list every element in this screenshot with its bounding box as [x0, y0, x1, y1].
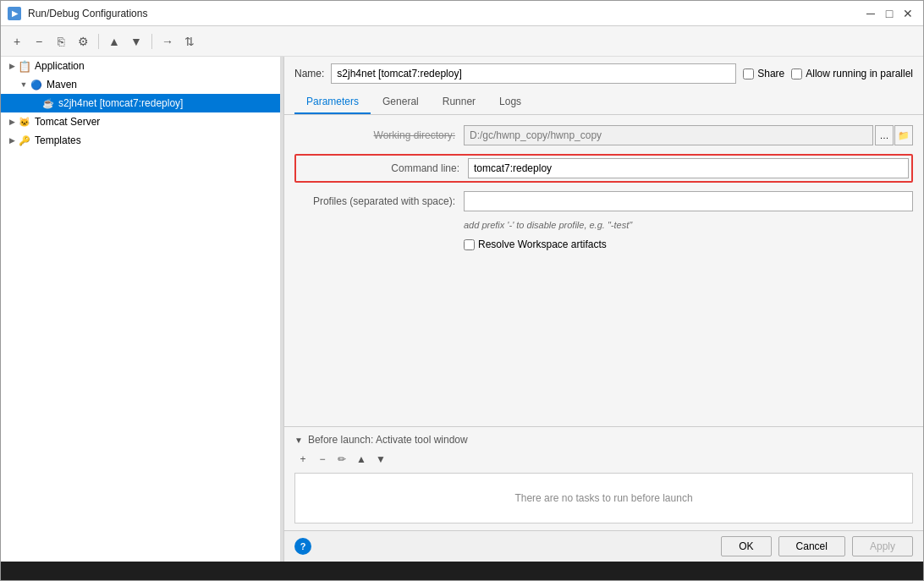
toolbar-sep-1 [98, 34, 99, 49]
tree-label-tomcat: Tomcat Server [35, 116, 100, 128]
before-launch-box: There are no tasks to run before launch [294, 473, 913, 523]
share-checkbox[interactable] [743, 69, 754, 79]
before-launch-add-button[interactable]: + [294, 451, 311, 468]
window-controls: ─ □ ✕ [862, 6, 916, 21]
tree-item-application[interactable]: ▶ 📋 Application [1, 57, 283, 75]
parallel-label: Allow running in parallel [806, 68, 913, 79]
settings-button[interactable]: ⚙ [74, 32, 92, 51]
before-launch-collapse[interactable]: ▼ [294, 436, 303, 445]
working-dir-row: Working directory: … 📁 [294, 125, 913, 145]
tomcat-icon: 🐱 [18, 115, 31, 129]
move-to-group-button[interactable]: → [158, 32, 177, 51]
tree-arrow-tomcat: ▶ [6, 116, 18, 128]
application-icon: 📋 [18, 59, 31, 73]
panel-resize-handle[interactable] [280, 57, 283, 562]
before-launch-toolbar: + − ✏ ▲ ▼ [294, 451, 913, 468]
config-toolbar: + − ⎘ ⚙ ▲ ▼ → ⇅ [1, 26, 923, 57]
ok-button[interactable]: OK [721, 536, 771, 556]
window-title: Run/Debug Configurations [28, 8, 855, 19]
cancel-button[interactable]: Cancel [778, 536, 845, 556]
tree-item-s2jh4net[interactable]: ☕ s2jh4net [tomcat7:redeploy] [1, 94, 283, 112]
before-launch-remove-button[interactable]: − [314, 451, 331, 468]
tab-general[interactable]: General [371, 90, 431, 114]
maven-icon: 🔵 [30, 78, 43, 91]
title-bar: ▶ Run/Debug Configurations ─ □ ✕ [1, 1, 923, 26]
copy-config-button[interactable]: ⎘ [52, 32, 70, 51]
s2jh4net-icon: ☕ [41, 96, 55, 110]
move-down-button[interactable]: ▼ [127, 32, 146, 51]
tree-item-templates[interactable]: ▶ 🔑 Templates [1, 131, 283, 150]
tabs-bar: Parameters General Runner Logs [284, 90, 923, 115]
share-label: Share [757, 68, 784, 79]
share-checkbox-label[interactable]: Share [743, 68, 784, 79]
tree-item-maven[interactable]: ▼ 🔵 Maven [1, 75, 283, 94]
command-line-highlight: Command line: [294, 154, 913, 183]
name-label: Name: [294, 68, 324, 79]
profiles-input[interactable] [464, 191, 913, 211]
move-up-button[interactable]: ▲ [105, 32, 124, 51]
form-area: Working directory: … 📁 Command line: Pro… [284, 115, 923, 426]
tree-label-templates: Templates [35, 134, 81, 146]
profiles-label: Profiles (separated with space): [294, 195, 464, 207]
resolve-workspace-text: Resolve Workspace artifacts [478, 238, 607, 250]
footer-left: ? [294, 538, 311, 555]
tree-item-tomcat[interactable]: ▶ 🐱 Tomcat Server [1, 112, 283, 131]
minimize-button[interactable]: ─ [862, 6, 879, 21]
status-bar [1, 562, 923, 580]
add-config-button[interactable]: + [8, 32, 26, 51]
tab-parameters[interactable]: Parameters [294, 90, 371, 114]
remove-config-button[interactable]: − [30, 32, 48, 51]
before-launch-section: ▼ Before launch: Activate tool window + … [284, 426, 923, 530]
apply-button[interactable]: Apply [852, 536, 913, 556]
window-icon: ▶ [8, 7, 21, 20]
resolve-workspace-checkbox[interactable] [464, 239, 475, 250]
resolve-workspace-row: Resolve Workspace artifacts [294, 238, 913, 250]
no-tasks-text: There are no tasks to run before launch [514, 492, 692, 504]
tree-arrow-application: ▶ [6, 60, 18, 72]
open-dir-button[interactable]: 📁 [894, 125, 913, 145]
footer-right: OK Cancel Apply [721, 536, 913, 556]
close-button[interactable]: ✕ [899, 6, 916, 21]
working-dir-label: Working directory: [294, 129, 464, 141]
command-line-input[interactable] [468, 158, 909, 178]
before-launch-edit-button[interactable]: ✏ [333, 451, 350, 468]
tree-label-application: Application [35, 60, 85, 72]
main-content: ▶ 📋 Application ▼ 🔵 Maven ☕ s2jh4net [to… [1, 57, 923, 562]
command-line-row: Command line: [299, 158, 909, 178]
status-bar-text [8, 567, 10, 576]
before-launch-header: ▼ Before launch: Activate tool window [294, 434, 913, 446]
parallel-checkbox[interactable] [791, 69, 802, 79]
working-dir-input[interactable] [464, 125, 873, 145]
profiles-hint: add prefix '-' to disable profile, e.g. … [294, 220, 913, 230]
tree-arrow-s2jh4net [30, 97, 41, 109]
tab-logs[interactable]: Logs [487, 90, 533, 114]
tree-arrow-templates: ▶ [6, 134, 18, 146]
right-panel: Name: Share Allow running in parallel Pa… [284, 57, 923, 562]
maximize-button[interactable]: □ [881, 6, 898, 21]
dialog-footer: ? OK Cancel Apply [284, 530, 923, 562]
tree-label-s2jh4net: s2jh4net [tomcat7:redeploy] [58, 97, 183, 109]
tree-arrow-maven: ▼ [18, 79, 30, 90]
templates-icon: 🔑 [18, 134, 31, 147]
run-debug-dialog: ▶ Run/Debug Configurations ─ □ ✕ + − ⎘ ⚙… [0, 0, 924, 581]
before-launch-label: Before launch: Activate tool window [308, 434, 468, 446]
help-button[interactable]: ? [294, 538, 311, 555]
sort-button[interactable]: ⇅ [180, 32, 199, 51]
config-tree: ▶ 📋 Application ▼ 🔵 Maven ☕ s2jh4net [to… [1, 57, 284, 562]
name-row: Name: Share Allow running in parallel [284, 57, 923, 90]
before-launch-up-button[interactable]: ▲ [353, 451, 370, 468]
name-input[interactable] [331, 63, 736, 84]
resolve-workspace-label[interactable]: Resolve Workspace artifacts [464, 238, 607, 250]
command-line-label: Command line: [299, 162, 468, 174]
tab-runner[interactable]: Runner [431, 90, 487, 114]
parallel-checkbox-label[interactable]: Allow running in parallel [791, 68, 913, 79]
tree-label-maven: Maven [47, 79, 77, 90]
profiles-row: Profiles (separated with space): [294, 191, 913, 211]
toolbar-sep-2 [151, 34, 152, 49]
browse-dir-button[interactable]: … [875, 125, 894, 145]
before-launch-down-button[interactable]: ▼ [372, 451, 389, 468]
